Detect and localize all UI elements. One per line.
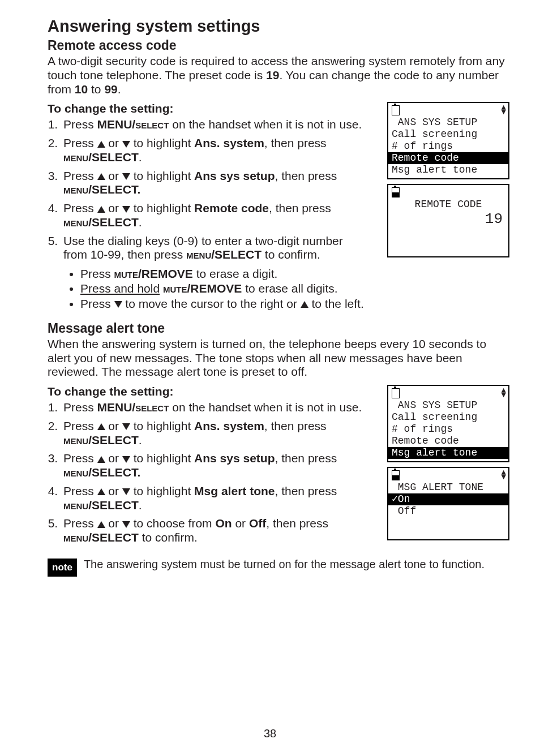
lcd-value: 19 <box>388 211 508 227</box>
lcd-row: Msg alert tone <box>388 164 508 176</box>
lcd-row: Call screening <box>388 128 508 140</box>
up-arrow-icon <box>97 206 105 213</box>
step-1: Press MENU/select on the handset when it… <box>61 401 365 415</box>
step-4: Press or to highlight Remote code, then … <box>61 201 365 230</box>
step-5: Use the dialing keys (0-9) to enter a tw… <box>61 234 365 263</box>
lcd-row: # of rings <box>388 140 508 152</box>
bullet-1: Press mute/REMOVE to erase a digit. <box>80 267 365 281</box>
intro-remote-access: A two-digit security code is required to… <box>48 54 506 96</box>
scroll-indicator-icon: ▲▼ <box>502 470 506 480</box>
section2-content: To change the setting: Press MENU/select… <box>48 385 506 545</box>
battery-icon <box>392 105 400 115</box>
up-arrow-icon <box>97 456 105 463</box>
note-box: note The answering system must be turned… <box>48 556 506 577</box>
step-4: Press or to highlight Msg alert tone, th… <box>61 484 365 513</box>
intro-message-alert: When the answering system is turned on, … <box>48 337 506 379</box>
steps-list-1: Press MENU/select on the handset when it… <box>48 118 365 262</box>
page-number: 38 <box>0 727 540 740</box>
lcd-screen-msg-alert-tone: ▲▼ MSG ALERT TONE ✓On Off <box>387 467 509 540</box>
bullets-1: Press mute/REMOVE to erase a digit. Pres… <box>48 267 365 311</box>
down-arrow-icon <box>122 488 130 495</box>
lcd-row-highlighted: Remote code <box>388 152 508 164</box>
lcd-title: ANS SYS SETUP <box>388 117 508 128</box>
down-arrow-icon <box>122 521 130 528</box>
section1-content: To change the setting: Press MENU/select… <box>48 102 506 310</box>
down-arrow-icon <box>122 141 130 148</box>
screen-illustrations-2: ▲▼ ANS SYS SETUP Call screening # of rin… <box>387 385 512 545</box>
lcd-title: MSG ALERT TONE <box>388 482 508 493</box>
battery-icon <box>392 187 400 197</box>
step-2: Press or to highlight Ans. system, then … <box>61 419 365 448</box>
step-2: Press or to highlight Ans. system, then … <box>61 136 365 165</box>
section-heading-message-alert: Message alert tone <box>48 321 506 336</box>
subheading-change-setting-1: To change the setting: <box>48 102 365 115</box>
step-1: Press MENU/select on the handset when it… <box>61 118 365 132</box>
up-arrow-icon <box>97 488 105 495</box>
section-heading-remote-access: Remote access code <box>48 38 506 53</box>
steps-list-2: Press MENU/select on the handset when it… <box>48 401 365 545</box>
lcd-screen-remote-code: REMOTE CODE 19 <box>387 184 509 257</box>
manual-page: Answering system settings Remote access … <box>0 0 540 756</box>
battery-icon <box>392 470 400 480</box>
step-3: Press or to highlight Ans sys setup, the… <box>61 169 365 197</box>
step-3: Press or to highlight Ans sys setup, the… <box>61 452 365 480</box>
up-arrow-icon <box>97 173 105 180</box>
lcd-row: Call screening <box>388 411 508 423</box>
subheading-change-setting-2: To change the setting: <box>48 385 365 398</box>
down-arrow-icon <box>114 301 122 308</box>
down-arrow-icon <box>122 206 130 213</box>
battery-icon <box>392 388 400 398</box>
lcd-row-highlighted: ✓On <box>388 493 508 505</box>
scroll-indicator-icon: ▲▼ <box>502 105 506 115</box>
lcd-row: Remote code <box>388 435 508 447</box>
screen-illustrations-1: ▲▼ ANS SYS SETUP Call screening # of rin… <box>387 102 512 262</box>
note-tag: note <box>48 559 77 577</box>
lcd-screen-ans-sys-setup: ▲▼ ANS SYS SETUP Call screening # of rin… <box>387 102 509 179</box>
scroll-indicator-icon: ▲▼ <box>502 388 506 398</box>
lcd-row-highlighted: Msg alert tone <box>388 447 508 459</box>
up-arrow-icon <box>97 423 105 430</box>
up-arrow-icon <box>97 521 105 528</box>
page-title: Answering system settings <box>48 17 506 36</box>
step-5: Press or to choose from On or Off, then … <box>61 517 365 545</box>
down-arrow-icon <box>122 173 130 180</box>
note-text: The answering system must be turned on f… <box>84 556 485 571</box>
bullet-3: Press to move the cursor to the right or… <box>80 297 365 311</box>
bullet-2: Press and hold mute/REMOVE to erase all … <box>80 281 365 295</box>
lcd-row: Off <box>388 505 508 517</box>
lcd-title: ANS SYS SETUP <box>388 400 508 411</box>
down-arrow-icon <box>122 423 130 430</box>
up-arrow-icon <box>301 301 308 308</box>
lcd-title: REMOTE CODE <box>388 199 508 211</box>
up-arrow-icon <box>97 141 105 148</box>
lcd-screen-ans-sys-setup-2: ▲▼ ANS SYS SETUP Call screening # of rin… <box>387 385 509 462</box>
down-arrow-icon <box>122 456 130 463</box>
lcd-row: # of rings <box>388 423 508 435</box>
